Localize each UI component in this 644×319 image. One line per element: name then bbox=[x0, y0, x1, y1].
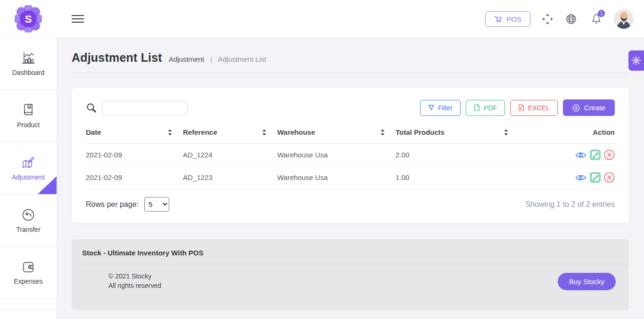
language-button[interactable] bbox=[566, 14, 577, 25]
settings-button[interactable] bbox=[628, 50, 644, 71]
sort-icon[interactable] bbox=[504, 129, 509, 136]
page-title: Adjustment List bbox=[72, 51, 162, 65]
sidebar-item-expenses[interactable]: Expenses bbox=[0, 247, 57, 299]
filter-button[interactable]: Filter bbox=[420, 100, 461, 116]
pencil-square-icon bbox=[590, 172, 601, 183]
cell-reference: AD_1224 bbox=[183, 144, 277, 166]
column-header-total-products[interactable]: Total Products bbox=[396, 128, 519, 144]
delete-button[interactable] bbox=[604, 172, 615, 183]
edit-button[interactable] bbox=[590, 172, 601, 183]
page-footer: Stock - Ultimate Inventory With POS © 20… bbox=[72, 239, 629, 310]
user-avatar[interactable] bbox=[614, 9, 634, 29]
sidebar-item-adjustment[interactable]: Adjustment bbox=[0, 142, 57, 195]
pdf-button[interactable]: PDF bbox=[466, 100, 505, 116]
bar-chart-icon bbox=[21, 51, 35, 65]
cell-reference: AD_1223 bbox=[183, 166, 277, 189]
search-icon bbox=[86, 102, 97, 114]
gear-icon bbox=[631, 56, 641, 65]
copyright-text: © 2021 Stocky bbox=[108, 271, 161, 281]
globe-icon bbox=[566, 14, 577, 25]
breadcrumb-separator: | bbox=[210, 55, 212, 63]
sidebar-item-product[interactable]: Product bbox=[0, 90, 57, 142]
stocky-logo-icon: S bbox=[15, 5, 42, 33]
breadcrumb-current: Adjustment List bbox=[218, 55, 266, 63]
x-circle-icon bbox=[604, 172, 615, 183]
sidebar-item-label: Dashboard bbox=[12, 69, 45, 76]
view-button[interactable] bbox=[575, 174, 586, 181]
adjustments-table: Date Reference Warehouse bbox=[86, 128, 615, 189]
eye-icon bbox=[575, 151, 586, 159]
showing-entries-text: Showing 1 to 2 of 2 entries bbox=[526, 200, 615, 209]
filter-label: Filter bbox=[438, 104, 453, 112]
plus-circle-icon bbox=[572, 104, 580, 112]
return-arrow-icon bbox=[22, 208, 35, 221]
cart-icon bbox=[494, 16, 502, 23]
top-bar: S POS bbox=[0, 0, 644, 38]
pencil-square-icon bbox=[590, 149, 601, 160]
sidebar-item-label: Product bbox=[17, 121, 40, 129]
notifications-button[interactable]: 1 bbox=[591, 13, 602, 25]
logo-letter: S bbox=[25, 13, 32, 25]
sort-icon[interactable] bbox=[262, 129, 267, 136]
pagination-bar: Rows per page: 5 Showing 1 to 2 of 2 ent… bbox=[86, 197, 615, 212]
active-corner-marker bbox=[38, 176, 57, 194]
rows-per-page-label: Rows per page: bbox=[86, 200, 139, 209]
expand-arrows-icon bbox=[542, 14, 553, 25]
column-header-warehouse[interactable]: Warehouse bbox=[277, 128, 396, 144]
table-row: 2021-02-09 AD_1224 Warehouse Usa 2.00 bbox=[86, 144, 615, 166]
create-button[interactable]: Create bbox=[563, 99, 615, 116]
excel-label: EXCEL bbox=[528, 104, 550, 112]
column-header-action: Action bbox=[519, 128, 615, 144]
pdf-file-icon bbox=[474, 104, 480, 111]
wallet-icon bbox=[22, 261, 35, 273]
header-divider bbox=[72, 73, 629, 73]
column-header-reference[interactable]: Reference bbox=[183, 128, 277, 144]
cell-total-products: 2.00 bbox=[396, 144, 519, 166]
pos-button[interactable]: POS bbox=[485, 11, 530, 27]
map-pencil-icon bbox=[21, 156, 35, 169]
sort-icon[interactable] bbox=[380, 129, 385, 136]
adjustment-list-card: Filter PDF EXCEL bbox=[72, 88, 629, 223]
main-content: Adjustment List Adjustment | Adjustment … bbox=[57, 38, 644, 319]
footer-title: Stock - Ultimate Inventory With POS bbox=[72, 239, 629, 264]
fullscreen-button[interactable] bbox=[542, 14, 553, 25]
book-icon bbox=[22, 104, 34, 117]
view-button[interactable] bbox=[575, 151, 586, 159]
funnel-icon bbox=[428, 105, 434, 111]
breadcrumb-section[interactable]: Adjustment bbox=[169, 55, 204, 63]
pos-label: POS bbox=[506, 15, 521, 23]
notification-badge: 1 bbox=[598, 10, 605, 17]
cell-date: 2021-02-09 bbox=[86, 166, 183, 189]
rights-text: All rights reserved bbox=[108, 281, 161, 290]
column-header-date[interactable]: Date bbox=[86, 128, 183, 144]
edit-button[interactable] bbox=[590, 149, 601, 160]
breadcrumb: Adjustment | Adjustment List bbox=[169, 55, 266, 63]
create-label: Create bbox=[584, 104, 605, 112]
sort-icon[interactable] bbox=[167, 129, 173, 136]
delete-button[interactable] bbox=[604, 149, 615, 160]
avatar-image bbox=[614, 9, 634, 29]
pdf-label: PDF bbox=[484, 104, 497, 112]
sidebar-divider bbox=[0, 299, 57, 310]
buy-stocky-button[interactable]: Buy Stocky bbox=[558, 273, 616, 290]
excel-file-icon bbox=[518, 104, 524, 111]
menu-toggle-icon[interactable] bbox=[72, 13, 84, 25]
sidebar: Dashboard Product Adjustment Transfer bbox=[0, 38, 57, 319]
cell-warehouse: Warehouse Usa bbox=[277, 166, 396, 189]
excel-button[interactable]: EXCEL bbox=[510, 100, 558, 116]
cell-total-products: 1.00 bbox=[396, 166, 519, 189]
rows-per-page-select[interactable]: 5 bbox=[144, 197, 169, 212]
table-toolbar: Filter PDF EXCEL bbox=[86, 99, 615, 116]
sidebar-item-label: Transfer bbox=[16, 226, 41, 233]
x-circle-icon bbox=[604, 149, 615, 160]
cell-date: 2021-02-09 bbox=[86, 144, 183, 166]
search-input[interactable] bbox=[102, 100, 188, 115]
cell-warehouse: Warehouse Usa bbox=[277, 144, 396, 166]
sidebar-item-transfer[interactable]: Transfer bbox=[0, 195, 57, 247]
sidebar-item-dashboard[interactable]: Dashboard bbox=[0, 38, 57, 90]
sidebar-item-label: Expenses bbox=[14, 278, 42, 285]
page-header: Adjustment List Adjustment | Adjustment … bbox=[72, 51, 629, 65]
app-logo[interactable]: S bbox=[0, 5, 57, 33]
table-row: 2021-02-09 AD_1223 Warehouse Usa 1.00 bbox=[86, 166, 615, 189]
eye-icon bbox=[575, 174, 586, 181]
